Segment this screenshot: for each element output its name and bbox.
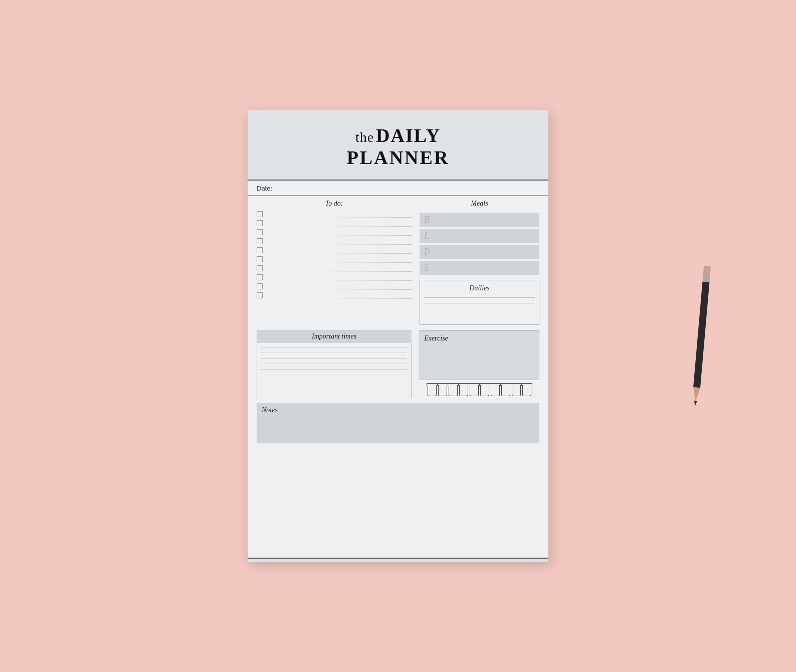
todo-line-5 bbox=[266, 247, 412, 254]
time-line-4 bbox=[261, 364, 407, 364]
meals-section: Meals B L D S bbox=[420, 200, 539, 275]
checkbox-1[interactable] bbox=[257, 211, 263, 217]
checkbox-4[interactable] bbox=[257, 238, 263, 244]
planner-body: To do: bbox=[248, 196, 548, 558]
pencil-tip bbox=[692, 387, 700, 402]
dailies-section: Dailies bbox=[420, 280, 539, 325]
pencil-decoration bbox=[691, 266, 712, 407]
water-glass-7[interactable] bbox=[491, 385, 500, 396]
planner-title: the DAILY PLANNER bbox=[258, 124, 538, 169]
water-glass-5[interactable] bbox=[470, 385, 479, 396]
water-glass-9[interactable] bbox=[512, 385, 521, 396]
todo-line-4 bbox=[266, 238, 412, 245]
todo-item-4 bbox=[257, 238, 412, 245]
meal-s-letter: S bbox=[424, 263, 429, 273]
todo-line-2 bbox=[266, 220, 412, 227]
notes-section: Notes bbox=[257, 403, 539, 443]
todo-line-6 bbox=[266, 256, 412, 263]
water-glass-6[interactable] bbox=[480, 385, 489, 396]
checkbox-10[interactable] bbox=[257, 292, 263, 298]
meals-label: Meals bbox=[420, 200, 539, 208]
important-times-section: Important times bbox=[257, 330, 412, 398]
date-row: Date: bbox=[248, 181, 548, 196]
meal-snack: S bbox=[420, 261, 539, 275]
time-line-3 bbox=[261, 358, 407, 359]
time-line-5 bbox=[261, 369, 407, 370]
checkbox-9[interactable] bbox=[257, 283, 263, 289]
important-times-lines bbox=[257, 343, 412, 398]
todo-line-9 bbox=[266, 283, 412, 290]
dailies-line-1 bbox=[424, 297, 535, 298]
notes-box: Notes bbox=[257, 403, 539, 443]
todo-item-2 bbox=[257, 220, 412, 227]
todo-line-3 bbox=[266, 229, 412, 236]
water-tracker bbox=[420, 383, 539, 398]
meal-lunch: L bbox=[420, 229, 539, 243]
middle-section: Important times Exercise bbox=[257, 330, 539, 398]
todo-line-1 bbox=[266, 211, 412, 218]
meal-breakfast: B bbox=[420, 213, 539, 227]
right-column: Meals B L D S bbox=[420, 200, 539, 325]
todo-line-8 bbox=[266, 274, 412, 281]
water-glass-10[interactable] bbox=[522, 385, 531, 396]
exercise-section: Exercise bbox=[420, 330, 539, 398]
pencil-body bbox=[693, 282, 709, 388]
meal-b-letter: B bbox=[424, 215, 430, 225]
checkbox-8[interactable] bbox=[257, 274, 263, 280]
meal-l-letter: L bbox=[424, 231, 429, 241]
exercise-box: Exercise bbox=[420, 330, 539, 380]
planner-footer bbox=[248, 558, 548, 562]
notes-label: Notes bbox=[262, 406, 534, 414]
todo-label: To do: bbox=[257, 200, 412, 208]
checkbox-3[interactable] bbox=[257, 229, 263, 235]
time-line-1 bbox=[261, 347, 407, 348]
todo-item-6 bbox=[257, 256, 412, 263]
exercise-label: Exercise bbox=[424, 334, 535, 343]
meal-dinner: D bbox=[420, 245, 539, 259]
checkbox-5[interactable] bbox=[257, 247, 263, 253]
todo-line-7 bbox=[266, 265, 412, 272]
todo-item-1 bbox=[257, 211, 412, 218]
todo-item-7 bbox=[257, 265, 412, 272]
todo-item-5 bbox=[257, 247, 412, 254]
water-glass-3[interactable] bbox=[449, 385, 458, 396]
todo-section: To do: bbox=[257, 200, 412, 325]
planner-page: the DAILY PLANNER Date: To do: bbox=[248, 110, 548, 562]
date-label: Date: bbox=[257, 185, 272, 192]
title-the: the bbox=[355, 129, 374, 145]
dailies-label: Dailies bbox=[424, 284, 535, 292]
todo-item-10 bbox=[257, 292, 412, 299]
dailies-line-2 bbox=[424, 303, 535, 303]
pencil-point bbox=[694, 401, 697, 406]
planner-header: the DAILY PLANNER bbox=[248, 110, 548, 181]
todo-item-3 bbox=[257, 229, 412, 236]
water-glass-8[interactable] bbox=[501, 385, 510, 396]
important-times-header: Important times bbox=[257, 330, 412, 343]
todo-line-10 bbox=[266, 292, 412, 299]
checkbox-2[interactable] bbox=[257, 220, 263, 226]
water-glass-1[interactable] bbox=[428, 385, 437, 396]
top-section: To do: bbox=[257, 200, 539, 325]
checkbox-7[interactable] bbox=[257, 265, 263, 271]
title-planner: PLANNER bbox=[258, 146, 538, 169]
title-daily: DAILY bbox=[376, 125, 441, 146]
water-glass-4[interactable] bbox=[459, 385, 468, 396]
page-background: the DAILY PLANNER Date: To do: bbox=[0, 0, 796, 672]
todo-item-8 bbox=[257, 274, 412, 281]
todo-item-9 bbox=[257, 283, 412, 290]
time-line-2 bbox=[261, 353, 407, 353]
checkbox-6[interactable] bbox=[257, 256, 263, 262]
pencil-eraser bbox=[703, 266, 711, 276]
meal-d-letter: D bbox=[424, 247, 430, 257]
water-glass-2[interactable] bbox=[438, 385, 447, 396]
